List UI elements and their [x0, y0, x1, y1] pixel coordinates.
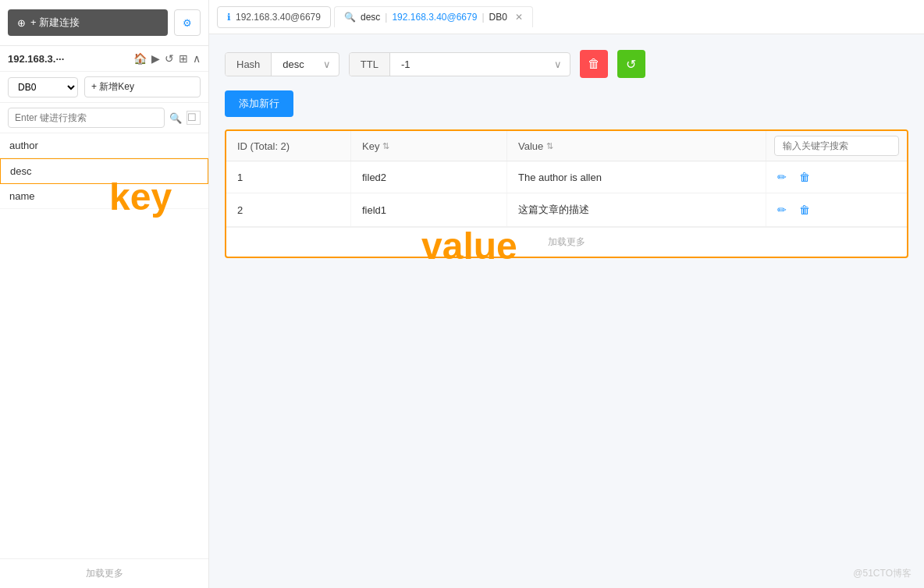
trash-icon: 🗑 — [588, 57, 600, 71]
load-more-sidebar[interactable]: 加载更多 — [0, 558, 208, 588]
info-icon: ℹ — [227, 12, 231, 23]
server-info-tab[interactable]: ℹ 192.168.3.40@6679 — [217, 6, 331, 28]
collapse-icon[interactable]: ∧ — [193, 52, 201, 65]
cell-id-1: 1 — [226, 161, 351, 193]
refresh-icon: ↺ — [626, 57, 636, 72]
key-item-name[interactable]: name — [0, 184, 208, 209]
active-key-tab[interactable]: 🔍 desc | 192.168.3.40@6679 | DB0 ✕ — [334, 6, 533, 27]
cell-value-2: 这篇文章的描述 — [507, 193, 766, 226]
terminal-icon[interactable]: ▶ — [151, 52, 160, 65]
gear-icon: ⚙ — [183, 17, 192, 29]
cell-actions-2: ✏ 🗑 — [766, 193, 907, 226]
tab-host: 192.168.3.40@6679 — [392, 12, 477, 23]
key-item-desc[interactable]: desc — [0, 158, 208, 184]
edit-row-1-button[interactable]: ✏ — [777, 171, 787, 183]
home-icon[interactable]: 🏠 — [133, 52, 147, 65]
tab-close-button[interactable]: ✕ — [515, 12, 523, 23]
server-tab-label: 192.168.3.40@6679 — [236, 12, 321, 23]
value-sort-icon[interactable]: ⇅ — [546, 141, 553, 151]
type-label: Hash — [226, 53, 272, 76]
add-row-button[interactable]: 添加新行 — [225, 90, 293, 117]
table-search-input[interactable] — [774, 136, 899, 156]
cell-actions-1: ✏ 🗑 — [766, 161, 907, 193]
tab-bar: ℹ 192.168.3.40@6679 🔍 desc | 192.168.3.4… — [209, 0, 924, 34]
delete-button[interactable]: 🗑 — [580, 50, 608, 78]
type-dropdown-icon[interactable]: ∨ — [315, 53, 339, 76]
server-icons: 🏠 ▶ ↺ ⊞ ∧ — [133, 52, 201, 65]
key-item-author[interactable]: author — [0, 133, 208, 158]
ttl-label: TTL — [350, 53, 390, 76]
add-key-label: + 新增Key — [91, 80, 134, 94]
col-value-label: Value — [518, 140, 543, 152]
server-row: 192.168.3.··· 🏠 ▶ ↺ ⊞ ∧ — [0, 46, 208, 72]
table-header: ID (Total: 2) Key ⇅ Value ⇅ — [226, 131, 907, 161]
ttl-select: TTL -1 ∨ — [349, 52, 570, 76]
cell-id-2: 2 — [226, 193, 351, 226]
select-all-icon[interactable]: ☐ — [187, 111, 201, 125]
col-value-header: Value ⇅ — [507, 131, 766, 161]
main-content: ℹ 192.168.3.40@6679 🔍 desc | 192.168.3.4… — [209, 0, 924, 588]
col-search-header — [766, 131, 907, 161]
sidebar-header: ⊕ + 新建连接 ⚙ — [0, 0, 208, 46]
watermark: @51CTO博客 — [853, 567, 912, 580]
search-row: 🔍 ☐ — [0, 103, 208, 133]
refresh-icon[interactable]: ↺ — [165, 52, 174, 65]
ttl-dropdown-icon[interactable]: ∨ — [546, 53, 570, 76]
delete-row-2-button[interactable]: 🗑 — [799, 204, 810, 216]
cell-key-2: field1 — [351, 193, 507, 226]
server-name: 192.168.3.··· — [8, 53, 64, 65]
db-select[interactable]: DB0 — [8, 77, 78, 97]
tab-search-text: desc — [361, 12, 380, 23]
type-select: Hash desc ∨ — [225, 52, 339, 76]
content-area: Hash desc ∨ TTL -1 ∨ 🗑 ↺ 添加新行 — [209, 34, 924, 588]
delete-row-1-button[interactable]: 🗑 — [799, 171, 810, 183]
edit-row-2-button[interactable]: ✏ — [777, 204, 787, 216]
col-key-header: Key ⇅ — [351, 131, 507, 161]
table-row: 1 filed2 The author is allen ✏ 🗑 — [226, 161, 907, 193]
ttl-value: -1 — [390, 53, 546, 76]
type-value: desc — [272, 53, 315, 76]
toolbar: Hash desc ∨ TTL -1 ∨ 🗑 ↺ — [225, 50, 908, 78]
new-connection-button[interactable]: ⊕ + 新建连接 — [8, 9, 168, 36]
grid-icon[interactable]: ⊞ — [179, 52, 188, 65]
tab-db: DB0 — [489, 12, 507, 23]
add-key-button[interactable]: + 新增Key — [84, 76, 201, 97]
key-search-input[interactable] — [8, 108, 165, 128]
sidebar: ⊕ + 新建连接 ⚙ 192.168.3.··· 🏠 ▶ ↺ ⊞ ∧ DB0 +… — [0, 0, 209, 588]
col-key-label: Key — [362, 140, 379, 152]
data-table: ID (Total: 2) Key ⇅ Value ⇅ — [225, 129, 908, 258]
tab-separator-2: | — [482, 12, 484, 23]
cell-value-1: The author is allen — [507, 161, 766, 193]
table-row: 2 field1 这篇文章的描述 ✏ 🗑 — [226, 193, 907, 227]
refresh-button[interactable]: ↺ — [617, 50, 645, 78]
new-conn-label: + 新建连接 — [30, 16, 80, 30]
tab-separator-1: | — [385, 12, 387, 23]
key-sort-icon[interactable]: ⇅ — [382, 141, 389, 151]
plus-icon: ⊕ — [17, 17, 26, 29]
load-more-table[interactable]: 加载更多 — [226, 227, 907, 257]
col-id-label: ID (Total: 2) — [237, 140, 290, 152]
key-list: author desc name — [0, 133, 208, 558]
tab-search-icon: 🔍 — [344, 12, 356, 23]
cell-key-1: filed2 — [351, 161, 507, 193]
settings-button[interactable]: ⚙ — [174, 9, 201, 36]
col-id-header: ID (Total: 2) — [226, 131, 351, 161]
db-row: DB0 + 新增Key — [0, 72, 208, 103]
search-icon[interactable]: 🔍 — [169, 112, 182, 124]
